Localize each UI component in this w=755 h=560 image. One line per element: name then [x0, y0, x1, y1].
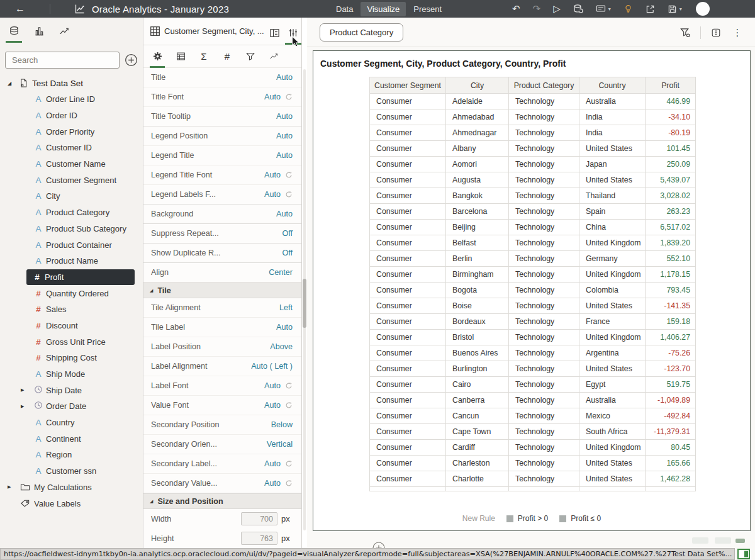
- table-row[interactable]: ConsumerBelfastTechnologyUnited Kingdom1…: [370, 235, 696, 251]
- field-continent[interactable]: AContinent: [19, 430, 135, 447]
- reset-icon[interactable]: [285, 171, 293, 179]
- table-row[interactable]: ConsumerBirminghamTechnologyUnited Kingd…: [370, 267, 696, 283]
- property-value[interactable]: Auto ( Left ): [251, 362, 293, 371]
- property-align[interactable]: AlignCenter: [143, 263, 301, 283]
- table-row[interactable]: ConsumerBoiseTechnologyUnited States-141…: [370, 298, 696, 314]
- property-legend-position[interactable]: Legend PositionAuto: [143, 126, 301, 146]
- property-title-tooltip[interactable]: Title TooltipAuto: [143, 107, 301, 126]
- property-show-duplicate-r[interactable]: Show Duplicate R...Off: [143, 244, 301, 263]
- nav-tab-data[interactable]: Data: [330, 2, 359, 16]
- field-customer-segment[interactable]: ACustomer Segment: [19, 172, 135, 188]
- property-value[interactable]: Auto: [264, 92, 281, 101]
- property-tile-alignment[interactable]: Tile AlignmentLeft: [143, 298, 301, 318]
- table-row[interactable]: ConsumerBeijingTechnologyChina6,517.02: [370, 220, 696, 235]
- insights-button[interactable]: [617, 0, 639, 18]
- account-avatar-button[interactable]: [688, 0, 715, 18]
- table-row[interactable]: ConsumerAugustaTechnologyUnited States5,…: [370, 172, 696, 188]
- property-value[interactable]: Auto: [264, 479, 281, 488]
- field-gross-unit-price[interactable]: #Gross Unit Price: [19, 333, 135, 350]
- property-legend-labels-f[interactable]: Legend Labels F...Auto: [143, 185, 301, 204]
- property-value[interactable]: Auto: [276, 210, 293, 218]
- property-value[interactable]: Auto: [276, 132, 293, 140]
- field-country[interactable]: ACountry: [19, 415, 135, 431]
- field-order-line-id[interactable]: AOrder Line ID: [19, 91, 135, 108]
- reset-icon[interactable]: [285, 93, 293, 101]
- run-button[interactable]: ▷: [547, 0, 567, 18]
- back-arrow-icon[interactable]: ←: [11, 0, 29, 18]
- dataset-node[interactable]: ◢ Test Data Set: [5, 75, 143, 91]
- property-value[interactable]: Center: [269, 268, 293, 277]
- property-value[interactable]: Auto: [264, 401, 281, 410]
- filter-pill-product-category[interactable]: Product Category: [320, 23, 403, 42]
- caret-right-icon[interactable]: ▶: [19, 388, 33, 393]
- nav-tab-visualize[interactable]: Visualize: [361, 2, 406, 16]
- refresh-data-button[interactable]: [567, 0, 590, 18]
- properties-scrollbar-thumb[interactable]: [303, 279, 306, 328]
- add-circle-icon[interactable]: [125, 53, 138, 67]
- values-hash-icon[interactable]: #: [220, 45, 235, 68]
- field-city[interactable]: ACity: [19, 188, 135, 204]
- legend-item-profit-0[interactable]: Profit ≤ 0: [559, 514, 601, 523]
- field-product-container[interactable]: AProduct Container: [19, 237, 135, 253]
- property-value[interactable]: Vertical: [267, 440, 293, 449]
- field-region[interactable]: ARegion: [19, 447, 135, 463]
- table-row[interactable]: ConsumerBerlinTechnologyGermany552.10: [370, 251, 696, 267]
- field-quantity-ordered[interactable]: #Quantity Ordered: [19, 285, 135, 301]
- property-title-font[interactable]: Title FontAuto: [143, 87, 301, 107]
- table-row[interactable]: ConsumerBristolTechnologyUnited Kingdom1…: [370, 330, 696, 345]
- table-row[interactable]: ConsumerBuenos AiresTechnologyArgentina-…: [370, 345, 696, 361]
- property-secondary-orien[interactable]: Secondary Orien...Vertical: [143, 435, 301, 454]
- property-value-font[interactable]: Value FontAuto: [143, 396, 301, 415]
- comments-button[interactable]: ▾: [590, 0, 617, 18]
- table-row[interactable]: ConsumerCanberraTechnologyAustralia-1,04…: [370, 393, 696, 408]
- reset-icon[interactable]: [285, 479, 293, 487]
- field-product-name[interactable]: AProduct Name: [19, 253, 135, 269]
- property-value[interactable]: Auto: [264, 459, 281, 468]
- property-secondary-value[interactable]: Secondary Value...Auto: [143, 474, 301, 493]
- property-value[interactable]: Left: [279, 303, 293, 312]
- analytics-panel-icon[interactable]: [55, 20, 73, 42]
- field-ship-date[interactable]: ▶Ship Date: [19, 382, 135, 398]
- field-product-sub-category[interactable]: AProduct Sub Category: [19, 221, 135, 237]
- table-visualization[interactable]: Customer Segment, City, Product Category…: [313, 50, 751, 531]
- export-button[interactable]: [639, 0, 661, 18]
- table-row[interactable]: ConsumerBurlingtonTechnologyUnited State…: [370, 361, 696, 377]
- property-value[interactable]: Auto: [276, 323, 293, 332]
- table-row[interactable]: ConsumerCancunTechnologyMexico-492.84: [370, 408, 696, 424]
- property-value[interactable]: Auto: [276, 112, 293, 121]
- caret-right-icon[interactable]: ▶: [19, 404, 33, 409]
- column-header-country[interactable]: Country: [579, 77, 646, 94]
- table-row[interactable]: ConsumerBangkokTechnologyThailand3,028.0…: [370, 188, 696, 204]
- data-panel-icon[interactable]: [5, 20, 23, 42]
- property-title[interactable]: TitleAuto: [143, 68, 301, 87]
- tree-node-my-calculations[interactable]: ▶My Calculations: [5, 479, 143, 496]
- width-input[interactable]: [241, 512, 277, 525]
- property-value[interactable]: Auto: [276, 151, 293, 160]
- canvas-settings-icon[interactable]: [707, 24, 725, 42]
- property-background[interactable]: BackgroundAuto: [143, 204, 301, 224]
- reset-icon[interactable]: [285, 382, 293, 389]
- field-shipping-cost[interactable]: #Shipping Cost: [19, 350, 135, 366]
- filters-funnel-icon[interactable]: [243, 45, 258, 68]
- property-label-alignment[interactable]: Label AlignmentAuto ( Left ): [143, 357, 301, 376]
- property-label-font[interactable]: Label FontAuto: [143, 376, 301, 396]
- property-value[interactable]: Above: [270, 342, 293, 351]
- tree-node-value-labels[interactable]: Value Labels: [5, 495, 143, 512]
- property-value[interactable]: Auto: [264, 381, 281, 390]
- search-input[interactable]: [5, 52, 120, 69]
- reset-icon[interactable]: [285, 460, 293, 468]
- grammar-panel-icon[interactable]: [267, 25, 282, 40]
- field-profit[interactable]: #Profit: [26, 269, 135, 286]
- property-secondary-position[interactable]: Secondary PositionBelow: [143, 415, 301, 435]
- property-value[interactable]: Off: [282, 229, 293, 238]
- table-row[interactable]: ConsumerCharlestonTechnologyUnited State…: [370, 456, 696, 471]
- property-legend-title[interactable]: Legend TitleAuto: [143, 146, 301, 165]
- field-discount[interactable]: #Discount: [19, 318, 135, 334]
- property-legend-title-font[interactable]: Legend Title FontAuto: [143, 165, 301, 185]
- property-value[interactable]: Auto: [264, 171, 281, 179]
- legend-item-profit-0[interactable]: Profit > 0: [506, 514, 548, 523]
- section-size-and-position[interactable]: ◢Size and Position: [143, 493, 301, 509]
- table-row[interactable]: ConsumerCharlotteTechnologyUnited States…: [370, 471, 696, 487]
- field-ship-mode[interactable]: AShip Mode: [19, 366, 135, 383]
- table-row[interactable]: ConsumerCairoTechnologyEgypt519.75: [370, 377, 696, 393]
